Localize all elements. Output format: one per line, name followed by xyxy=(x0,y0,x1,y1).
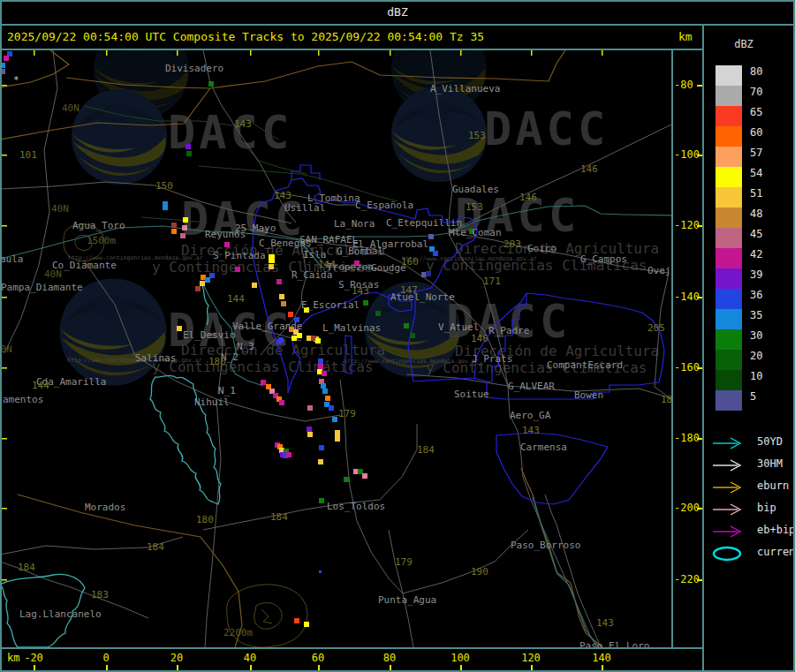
axis-x-label: 100 xyxy=(450,652,470,664)
place-label: C_Española xyxy=(355,200,413,211)
axis-x-label: 0 xyxy=(102,652,109,664)
palette-swatch-5 xyxy=(716,390,742,411)
map-top-tick xyxy=(531,50,533,56)
legend-item-30HM: 30HM xyxy=(711,456,748,473)
place-label: S_Pintada xyxy=(213,250,266,261)
map-top-tick xyxy=(390,50,391,56)
route-number-label: 179 xyxy=(395,556,413,568)
radar-cell xyxy=(307,405,313,411)
radar-cell xyxy=(362,473,367,479)
map-left-tick xyxy=(2,297,7,298)
route-number-label: 143 xyxy=(274,190,292,201)
map-left-tick xyxy=(2,85,7,87)
map-top-tick xyxy=(460,50,462,56)
place-label: Paso_El_Loro xyxy=(579,640,649,647)
palette-value-label: 42 xyxy=(750,248,785,260)
palette-title: dBZ xyxy=(704,38,784,50)
map-left-tick xyxy=(2,579,7,581)
radar-cell xyxy=(279,294,284,299)
route-number-label: 180 xyxy=(208,356,226,367)
route-number-label: 190 xyxy=(471,566,488,578)
map-top-tick xyxy=(177,50,178,56)
route-number-label: 144 xyxy=(32,380,49,391)
place-label: N_3 xyxy=(237,341,254,352)
axis-x-label: 60 xyxy=(312,652,324,664)
radar-cell xyxy=(171,229,177,234)
radar-cell xyxy=(279,400,284,405)
palette-swatch-60 xyxy=(716,126,742,147)
place-label: A_Villanueva xyxy=(430,83,500,94)
route-number-label: 183 xyxy=(91,589,109,600)
place-label: Aero_GA xyxy=(510,410,551,421)
route-number-label: 146 xyxy=(580,163,598,175)
asterisk-marker: * xyxy=(13,74,19,86)
radar-cell xyxy=(319,445,324,450)
route-number-label: 146 xyxy=(519,192,537,203)
palette-swatch-80 xyxy=(716,65,742,86)
legend-item-50YD: 50YD xyxy=(711,434,748,451)
legend-item-eburn: eburn xyxy=(711,478,748,495)
route-number-label: 184 xyxy=(18,562,35,573)
axis-y-label: -220 xyxy=(674,573,700,585)
map-right-edge xyxy=(671,50,673,647)
radar-cell xyxy=(171,223,177,228)
map-left-tick xyxy=(2,225,7,227)
legend-item-bip: bip xyxy=(711,500,748,517)
route-number-label: 143 xyxy=(234,118,252,130)
place-label: CompantEscard xyxy=(547,359,623,371)
place-label: Pampa_Diamante xyxy=(2,282,83,293)
radar-cell xyxy=(2,69,5,74)
palette-value-label: 35 xyxy=(750,309,785,321)
radar-cell xyxy=(315,338,321,344)
palette-value-label: 48 xyxy=(750,208,785,220)
palette-value-label: 60 xyxy=(750,126,785,139)
map-top-tick xyxy=(250,50,252,56)
radar-cell xyxy=(276,279,282,284)
place-label: Agua_Toro xyxy=(72,220,125,231)
route-number-label: 184 xyxy=(417,444,435,456)
palette-swatch-70 xyxy=(716,86,742,106)
grid-label: 40N xyxy=(2,344,12,355)
palette-value-label: 36 xyxy=(750,289,785,301)
radar-cell xyxy=(307,427,312,432)
radar-cell xyxy=(307,432,313,437)
radar-cell xyxy=(428,234,434,239)
palette-value-label: 45 xyxy=(750,228,785,240)
axis-x-label: 120 xyxy=(521,652,541,664)
place-label: R_Padre xyxy=(488,325,529,336)
palette-swatch-10 xyxy=(716,370,742,390)
axis-y-label: -120 xyxy=(674,219,700,231)
header-bar: 2025/09/22 00:54:00 UTC Composite Tracks… xyxy=(0,26,702,49)
place-label: amentos xyxy=(3,394,43,405)
dacc-acronym-watermark: DACC xyxy=(484,102,609,155)
timestamp-status: 2025/09/22 00:54:00 UTC Composite Tracks… xyxy=(7,26,484,49)
palette-swatch-51 xyxy=(716,187,742,208)
map-left-tick xyxy=(2,508,7,510)
palette-value-label: 5 xyxy=(750,390,785,403)
palette-value-label: 80 xyxy=(750,65,785,78)
palette-value-label: 51 xyxy=(750,187,785,200)
place-label: 25_Mayo xyxy=(235,223,276,234)
track-arrow-icon xyxy=(711,478,748,497)
route-number-label: 146 xyxy=(471,333,488,344)
radar-cell xyxy=(208,81,214,87)
route-number-label: 160 xyxy=(401,256,419,268)
place-label: Carmensa xyxy=(520,442,567,453)
radar-cell xyxy=(177,326,182,331)
axis-y-label: -180 xyxy=(674,432,700,444)
palette-swatch-48 xyxy=(716,208,742,228)
place-label: Nihuil xyxy=(194,396,230,408)
radar-cell xyxy=(224,242,230,247)
radar-cell xyxy=(195,286,201,291)
radar-cell xyxy=(329,405,334,411)
axis-x-label: 140 xyxy=(592,652,611,664)
axis-x-label: 40 xyxy=(244,652,256,664)
palette-swatch-36 xyxy=(716,289,742,309)
place-label: Salinas xyxy=(135,352,176,364)
place-label: Mte_Coman xyxy=(449,227,502,238)
radar-app-window: dBZ 2025/09/22 00:54:00 UTC Composite Tr… xyxy=(0,0,795,672)
route-number-label: 144 xyxy=(318,259,336,270)
axis-x-label: 80 xyxy=(383,652,396,664)
radar-cell xyxy=(252,283,257,288)
place-label: G_ALVEAR xyxy=(508,381,555,392)
